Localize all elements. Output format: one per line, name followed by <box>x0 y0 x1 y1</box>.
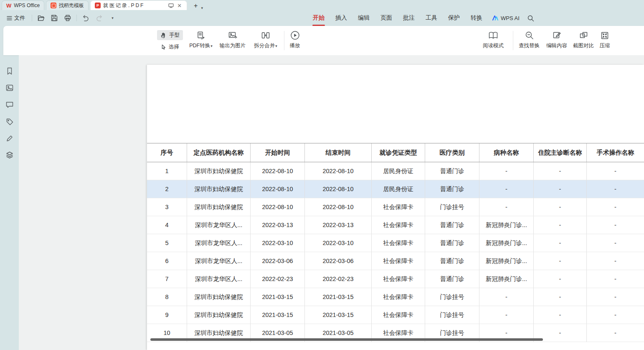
thumbnail-icon[interactable] <box>5 84 14 92</box>
toolbar: 手型 选择 PDF转换▾ 输出为图片 拆分合并▾ 播放 105.88% ▾ <box>3 26 644 55</box>
table-cell: - <box>587 198 644 216</box>
table-cell: - <box>587 270 644 288</box>
table-cell: 5 <box>147 234 187 252</box>
print-icon[interactable] <box>63 13 72 23</box>
horizontal-scrollbar[interactable] <box>150 338 543 341</box>
ribbon-tab-tools[interactable]: 工具 <box>420 10 443 26</box>
table-cell: 2021-03-15 <box>305 306 372 324</box>
table-header-cell: 住院主诊断名称 <box>534 143 587 162</box>
split-merge-button[interactable]: 拆分合并▾ <box>251 30 281 49</box>
table-header-cell: 就诊凭证类型 <box>372 143 425 162</box>
ribbon-tab-comment[interactable]: 批注 <box>398 10 420 26</box>
table-cell: 2022-08-10 <box>251 180 305 198</box>
bookmark-icon[interactable] <box>5 67 14 75</box>
table-header-cell: 定点医药机构名称 <box>187 143 251 162</box>
play-label: 播放 <box>290 43 300 49</box>
table-cell: 社会保障卡 <box>372 234 425 252</box>
new-tab-button[interactable]: + <box>192 2 199 10</box>
document-area[interactable]: 序号定点医药机构名称开始时间结束时间就诊凭证类型医疗类别病种名称住院主诊断名称手… <box>19 55 644 350</box>
edit-content-button[interactable]: 编辑内容 <box>544 30 570 49</box>
read-mode-button[interactable]: 阅读模式 <box>481 30 505 49</box>
table-cell: 2021-03-15 <box>251 306 305 324</box>
table-header-cell: 病种名称 <box>479 143 534 162</box>
table-cell: - <box>534 270 587 288</box>
table-cell: 2022-08-10 <box>305 162 372 180</box>
table-cell: 2022-08-10 <box>251 198 305 216</box>
ribbon-tab-convert[interactable]: 转换 <box>465 10 488 26</box>
file-menu[interactable]: 文件 <box>4 13 28 23</box>
table-cell: 3 <box>147 198 187 216</box>
screenshot-compare-button[interactable]: 截图对比 <box>570 30 596 49</box>
hand-icon <box>160 32 167 38</box>
table-cell: 7 <box>147 270 187 288</box>
table-header-cell: 结束时间 <box>305 143 372 162</box>
ribbon-tab-page[interactable]: 页面 <box>375 10 398 26</box>
table-cell: 新冠肺炎门诊... <box>479 216 534 234</box>
table-row: 2深圳市妇幼保健院2022-08-102022-08-10居民身份证普通门诊--… <box>147 180 644 198</box>
table-cell: 普通门诊 <box>425 180 479 198</box>
table-row: 8深圳市妇幼保健院2021-03-152021-03-15社会保障卡门诊挂号--… <box>147 288 644 306</box>
pdf-file-icon: P <box>95 3 101 8</box>
table-cell: 2022-02-23 <box>305 270 372 288</box>
find-replace-button[interactable]: 查找替换 <box>516 30 542 49</box>
divider <box>284 31 284 50</box>
compress-button[interactable]: 压缩 <box>596 30 613 49</box>
table-cell: 6 <box>147 252 187 270</box>
hand-tool-button[interactable]: 手型 <box>157 30 183 40</box>
tab-list-caret-icon[interactable]: ▾ <box>201 6 203 10</box>
tag-icon[interactable] <box>5 118 14 126</box>
table-cell: - <box>587 252 644 270</box>
ribbon-tab-edit[interactable]: 编辑 <box>352 10 375 26</box>
table-cell: 门诊挂号 <box>425 306 479 324</box>
table-cell: 4 <box>147 216 187 234</box>
table-cell: 2022-08-10 <box>251 162 305 180</box>
open-file-icon[interactable] <box>36 13 46 23</box>
screen-cast-icon[interactable] <box>168 3 174 8</box>
table-cell: - <box>479 162 534 180</box>
table-cell: 2022-03-13 <box>251 216 305 234</box>
redo-icon[interactable] <box>94 13 104 23</box>
table-cell: 深圳市龙华区人... <box>187 216 251 234</box>
history-caret-icon[interactable]: ▾ <box>108 13 117 23</box>
ribbon-tab-home[interactable]: 开始 <box>307 10 330 26</box>
export-image-icon <box>217 30 248 41</box>
table-cell: 深圳市妇幼保健院 <box>187 288 251 306</box>
table-cell: - <box>534 252 587 270</box>
table-cell: 深圳市妇幼保健院 <box>187 306 251 324</box>
dropdown-caret-icon: ▾ <box>210 44 213 48</box>
split-merge-label: 拆分合并 <box>254 43 275 49</box>
table-cell: 8 <box>147 288 187 306</box>
table-cell: - <box>587 162 644 180</box>
table-cell: - <box>534 162 587 180</box>
search-icon[interactable] <box>527 15 534 22</box>
medical-records-table: 序号定点医药机构名称开始时间结束时间就诊凭证类型医疗类别病种名称住院主诊断名称手… <box>147 143 644 342</box>
save-icon[interactable] <box>50 13 59 23</box>
layers-icon[interactable] <box>5 151 14 159</box>
table-cell: 2022-02-23 <box>251 270 305 288</box>
tab-docer-template[interactable]: 找稻壳模板 <box>46 0 89 10</box>
wps-ai-label: WPS AI <box>501 15 520 21</box>
tab-wps-office[interactable]: W WPS Office <box>2 0 44 10</box>
export-image-button[interactable]: 输出为图片 <box>217 30 248 49</box>
comment-icon[interactable] <box>5 101 14 109</box>
wps-ai-button[interactable]: WPS AI <box>488 15 524 21</box>
ribbon-tab-protect[interactable]: 保护 <box>443 10 465 26</box>
pen-icon[interactable] <box>5 134 14 142</box>
table-cell: 新冠肺炎门诊... <box>479 234 534 252</box>
play-button[interactable]: 播放 <box>286 30 304 49</box>
select-tool-button[interactable]: 选择 <box>157 42 183 52</box>
table-cell: 2022-03-06 <box>305 252 372 270</box>
table-cell: 社会保障卡 <box>372 252 425 270</box>
tab-document-active[interactable]: P 就医记录.PDF ✕ <box>90 0 187 10</box>
left-sidebar <box>0 55 19 350</box>
table-cell: 2022-03-10 <box>251 234 305 252</box>
divider <box>32 15 32 21</box>
table-header-cell: 序号 <box>147 143 187 162</box>
table-cell: - <box>479 306 534 324</box>
ribbon-tab-insert[interactable]: 插入 <box>330 10 352 26</box>
table-cell: 普通门诊 <box>425 162 479 180</box>
table-cell: - <box>534 198 587 216</box>
undo-icon[interactable] <box>81 13 90 23</box>
close-tab-icon[interactable]: ✕ <box>176 3 183 9</box>
pdf-convert-button[interactable]: PDF转换▾ <box>187 30 215 49</box>
